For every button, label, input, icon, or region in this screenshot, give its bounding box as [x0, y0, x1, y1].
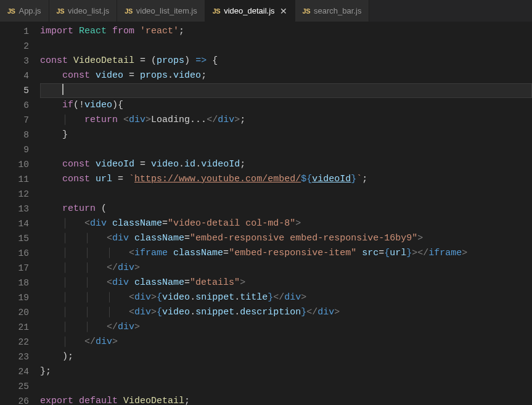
line-number: 24	[0, 364, 40, 379]
line-number: 19	[0, 290, 40, 305]
text-cursor	[62, 84, 63, 95]
code-line: │ │ <div className="details">	[40, 276, 532, 290]
line-number: 10	[0, 157, 40, 172]
code-line	[40, 39, 532, 54]
line-number: 23	[0, 350, 40, 364]
line-number: 14	[0, 216, 40, 231]
tab-video-list-item-js[interactable]: JS video_list_item.js	[117, 0, 205, 22]
tab-video-detail-js[interactable]: JS video_detail.js ✕	[205, 0, 295, 22]
line-number: 18	[0, 276, 40, 290]
code-line	[40, 142, 532, 157]
code-line: │ return <div>Loading...</div>;	[40, 113, 532, 128]
line-number: 15	[0, 231, 40, 246]
line-number: 21	[0, 320, 40, 335]
tab-label: App.js	[18, 6, 41, 15]
line-number: 2	[0, 39, 40, 54]
line-number: 4	[0, 68, 40, 83]
line-number: 9	[0, 142, 40, 157]
code-line: const url = `https://www.youtube.com/emb…	[40, 172, 532, 187]
code-line: export default VideoDetail;	[40, 394, 532, 405]
code-line: if(!video){	[40, 98, 532, 113]
editor[interactable]: 1 2 3 4 5 6 7 8 9 10 11 12 13 14 15 16 1…	[0, 22, 532, 405]
code-line-current	[40, 83, 532, 98]
tab-app-js[interactable]: JS App.js	[0, 0, 49, 22]
code-line: return (	[40, 202, 532, 216]
code-line: │ │ </div>	[40, 320, 532, 335]
code-line	[40, 379, 532, 394]
line-number: 25	[0, 379, 40, 394]
line-number: 17	[0, 261, 40, 276]
js-icon: JS	[303, 7, 310, 15]
js-icon: JS	[57, 7, 64, 15]
line-number: 8	[0, 128, 40, 142]
code-line	[40, 187, 532, 202]
code-line: │ <div className="video-detail col-md-8"…	[40, 216, 532, 231]
js-icon: JS	[125, 7, 132, 15]
line-number: 16	[0, 246, 40, 261]
line-number: 5	[0, 83, 40, 98]
tab-video-list-js[interactable]: JS video_list.js	[49, 0, 118, 22]
line-number: 3	[0, 54, 40, 68]
line-number: 12	[0, 187, 40, 202]
code-line: import React from 'react';	[40, 24, 532, 39]
line-number: 20	[0, 305, 40, 320]
tab-search-bar-js[interactable]: JS search_bar.js	[295, 0, 370, 22]
line-number: 11	[0, 172, 40, 187]
tab-label: video_list_item.js	[136, 6, 197, 15]
code-line: }	[40, 128, 532, 142]
line-number: 22	[0, 335, 40, 350]
close-icon[interactable]: ✕	[280, 6, 287, 16]
line-number: 13	[0, 202, 40, 216]
tab-label: video_detail.js	[224, 6, 274, 15]
code-line: │ │ <div className="embed-responsive emb…	[40, 231, 532, 246]
tab-bar: JS App.js JS video_list.js JS video_list…	[0, 0, 532, 22]
code-line: │ </div>	[40, 335, 532, 350]
code-line: │ │ │ <iframe className="embed-responsiv…	[40, 246, 532, 261]
line-number: 1	[0, 24, 40, 39]
code-line: const videoId = video.id.videoId;	[40, 157, 532, 172]
code-line: │ │ │ <div>{video.snippet.description}</…	[40, 305, 532, 320]
tab-label: video_list.js	[68, 6, 109, 15]
code-area[interactable]: import React from 'react'; const VideoDe…	[40, 22, 532, 405]
line-number: 26	[0, 394, 40, 405]
code-line: );	[40, 350, 532, 364]
code-line: const video = props.video;	[40, 68, 532, 83]
line-number-gutter: 1 2 3 4 5 6 7 8 9 10 11 12 13 14 15 16 1…	[0, 22, 40, 405]
line-number: 7	[0, 113, 40, 128]
code-line: │ │ </div>	[40, 261, 532, 276]
code-line: };	[40, 364, 532, 379]
code-line: │ │ │ <div>{video.snippet.title}</div>	[40, 290, 532, 305]
line-number: 6	[0, 98, 40, 113]
js-icon: JS	[7, 7, 15, 15]
js-icon: JS	[213, 7, 220, 15]
code-line: const VideoDetail = (props) => {	[40, 54, 532, 68]
tab-label: search_bar.js	[314, 6, 361, 15]
